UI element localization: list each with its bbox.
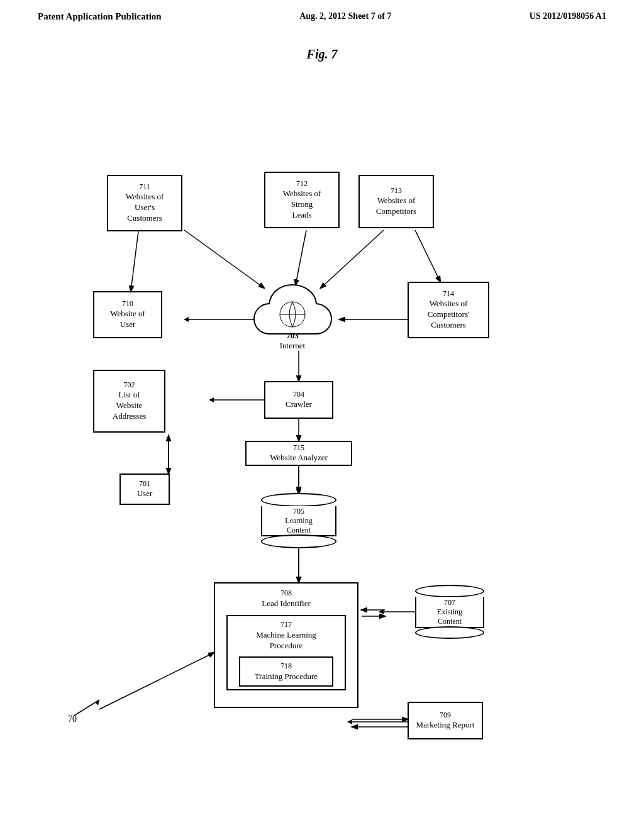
cylinder-707-bottom <box>415 626 484 639</box>
node-717: 717 Machine LearningProcedure 718 Traini… <box>226 615 346 690</box>
node-713: 713 Websites ofCompetitors <box>358 175 434 228</box>
node-718: 718 Training Procedure <box>239 656 333 687</box>
node-704-id: 704 <box>293 390 304 400</box>
node-704: 704 Crawler <box>264 381 333 419</box>
node-708-label: Lead Identifier <box>262 599 311 609</box>
svg-line-25 <box>131 231 138 291</box>
svg-line-34 <box>99 653 214 709</box>
node-712-id: 712 <box>296 179 308 189</box>
node-705-id: 705 <box>293 507 304 516</box>
node-705: 705 LearningContent <box>252 492 346 549</box>
header-center: Aug. 2, 2012 Sheet 7 of 7 <box>299 11 391 21</box>
header-left: Patent Application Publication <box>38 11 162 22</box>
node-708-id: 708 <box>280 589 292 599</box>
node-702-label: List ofWebsiteAddresses <box>113 390 146 422</box>
svg-marker-17 <box>379 609 384 614</box>
node-710: 710 Website ofUser <box>93 291 162 338</box>
cylinder-705-body: 705 LearningContent <box>261 506 336 537</box>
node-701-id: 701 <box>139 479 150 489</box>
node-707: 707 ExistingContent <box>406 584 494 640</box>
node-709: 709 Marketing Report <box>408 702 483 739</box>
node-718-id: 718 <box>280 661 292 672</box>
node-709-label: Marketing Report <box>416 720 475 731</box>
node-717-label: Machine LearningProcedure <box>256 630 316 651</box>
node-703-id: 703 <box>286 331 299 340</box>
svg-line-26 <box>415 230 440 282</box>
node-703-label: 703 Internet <box>280 331 305 351</box>
node-711: 711 Websites ofUser'sCustomers <box>107 175 182 231</box>
figure-title: Fig. 7 <box>0 47 644 62</box>
header-right: US 2012/0198056 A1 <box>530 11 606 21</box>
cylinder-707-top <box>415 585 484 597</box>
node-717-id: 717 <box>280 620 292 630</box>
node-703: 703 Internet <box>245 275 340 351</box>
node-711-id: 711 <box>139 182 150 192</box>
node-715: 715 Website Analyzer <box>245 441 352 466</box>
diagram-area: 711 Websites ofUser'sCustomers 712 Websi… <box>0 74 644 797</box>
node-715-label: Website Analyzer <box>270 453 328 463</box>
node-712-label: Websites ofStrongLeads <box>283 189 321 221</box>
node-718-label: Training Procedure <box>255 672 318 682</box>
node-702: 702 List ofWebsiteAddresses <box>93 370 165 433</box>
node-715-id: 715 <box>293 443 304 453</box>
node-702-id: 702 <box>124 380 135 390</box>
node-707-label: ExistingContent <box>437 607 462 626</box>
node-714: 714 Websites ofCompetitors'Customers <box>408 282 489 338</box>
label-70: 70 <box>68 697 106 724</box>
node-704-label: Crawler <box>286 399 312 410</box>
node-710-id: 710 <box>122 299 133 309</box>
node-707-id: 707 <box>444 598 455 607</box>
label-70-text: 70 <box>68 714 77 724</box>
node-709-id: 709 <box>440 711 451 721</box>
node-712: 712 Websites ofStrongLeads <box>264 172 340 228</box>
node-713-label: Websites ofCompetitors <box>376 196 416 217</box>
node-710-label: Website ofUser <box>110 309 145 330</box>
node-711-label: Websites ofUser'sCustomers <box>126 192 164 224</box>
cylinder-707-body: 707 ExistingContent <box>415 597 484 628</box>
node-714-label: Websites ofCompetitors'Customers <box>428 299 470 331</box>
svg-marker-5 <box>184 317 189 322</box>
svg-marker-10 <box>209 397 214 402</box>
node-701: 701 User <box>119 473 170 505</box>
node-708-outer: 708 Lead Identifier 717 Machine Learning… <box>214 582 358 708</box>
node-705-label: LearningContent <box>285 516 312 535</box>
cylinder-705-top <box>261 493 336 507</box>
node-714-id: 714 <box>443 289 454 299</box>
node-713-id: 713 <box>391 186 402 196</box>
page-header: Patent Application Publication Aug. 2, 2… <box>0 0 644 22</box>
svg-line-23 <box>74 700 99 716</box>
svg-marker-20 <box>347 719 352 724</box>
node-701-label: User <box>137 489 153 499</box>
cylinder-705-bottom <box>261 534 336 548</box>
